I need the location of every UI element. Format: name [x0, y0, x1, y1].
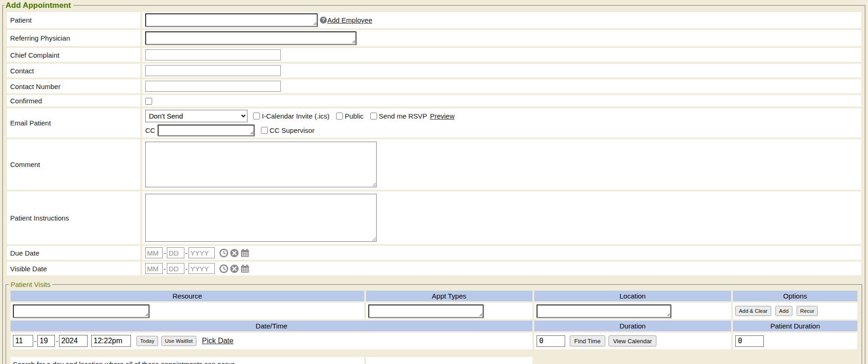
spacer-cell [733, 357, 857, 364]
visit-month-input[interactable] [13, 335, 33, 347]
patient-label: Patient [7, 12, 140, 28]
appt-types-column-header: Appt Types [366, 291, 532, 301]
page-title: Add Appointment [5, 1, 73, 10]
location-input[interactable] [537, 304, 671, 318]
comment-label: Comment [7, 139, 140, 190]
send-me-rsvp-checkbox[interactable] [370, 113, 377, 119]
add-and-clear-button[interactable]: Add & Clear [735, 306, 771, 316]
add-employee-link[interactable]: Add Employee [327, 16, 372, 24]
patient-visits-section: Patient Visits Resource Appt Types Locat… [6, 280, 862, 364]
visible-date-month-input[interactable] [145, 263, 163, 274]
duration-column-header: Duration [534, 321, 731, 331]
comment-textarea[interactable] [145, 142, 377, 187]
confirmed-row: Confirmed [7, 95, 861, 107]
patient-duration-input[interactable] [735, 335, 764, 347]
cc-supervisor-label: CC Supervisor [270, 126, 315, 134]
date-separator: - [56, 337, 58, 345]
comment-row: Comment [7, 139, 861, 190]
visits-search-row: Search for a day and location where all … [11, 357, 857, 364]
visits-input-row: Add & Clear Add Recur [11, 303, 857, 319]
add-button[interactable]: Add [775, 306, 792, 316]
calendar-icon[interactable] [241, 264, 249, 273]
date-separator: - [164, 249, 166, 257]
referring-physician-label: Referring Physician [7, 30, 140, 46]
referring-physician-input[interactable] [145, 31, 356, 45]
location-column-header: Location [534, 291, 731, 301]
chief-complaint-input[interactable] [145, 49, 281, 60]
due-date-label: Due Date [7, 246, 140, 260]
patient-input[interactable] [145, 13, 318, 27]
public-label: Public [345, 112, 364, 120]
clear-date-icon[interactable] [230, 249, 239, 257]
preview-link[interactable]: Preview [430, 112, 455, 120]
clock-icon[interactable] [219, 249, 228, 257]
confirmed-label: Confirmed [7, 95, 140, 107]
contact-number-input[interactable] [145, 81, 281, 92]
add-appointment-section: Add Appointment Patient ? Add Employee R… [2, 1, 866, 364]
date-separator: - [164, 265, 166, 273]
patient-instructions-textarea[interactable] [145, 194, 377, 242]
calendar-icon[interactable] [241, 249, 249, 257]
search-day-location-link[interactable]: Search for a day and location where all … [13, 360, 236, 364]
visit-day-input[interactable] [37, 335, 55, 347]
contact-row: Contact [7, 64, 861, 78]
due-date-row: Due Date - - [7, 246, 861, 260]
spacer-cell [534, 357, 731, 364]
visits-spacer-row [11, 351, 857, 356]
contact-number-label: Contact Number [7, 79, 140, 93]
cc-input[interactable] [158, 125, 254, 136]
patient-row: Patient ? Add Employee [7, 12, 861, 28]
visits-header-row-2: Date/Time Duration Patient Duration [11, 321, 857, 331]
add-appointment-page: Add Appointment Patient ? Add Employee R… [0, 1, 868, 364]
visible-date-day-input[interactable] [167, 263, 184, 274]
help-icon[interactable]: ? [320, 17, 327, 24]
email-patient-row: Email Patient Don't Send I-Calendar Invi… [7, 108, 861, 137]
chief-complaint-label: Chief Complaint [7, 48, 140, 62]
ical-invite-checkbox[interactable] [253, 113, 260, 119]
view-calendar-button[interactable]: View Calendar [608, 335, 656, 346]
clear-date-icon[interactable] [230, 264, 239, 273]
contact-input[interactable] [145, 65, 281, 76]
today-button[interactable]: Today [136, 336, 158, 346]
cc-supervisor-checkbox[interactable] [261, 127, 268, 134]
recur-button[interactable]: Recur [797, 306, 818, 316]
patient-visits-table: Resource Appt Types Location Options [9, 289, 859, 364]
email-patient-label: Email Patient [7, 108, 140, 137]
appt-types-input[interactable] [368, 304, 484, 318]
empty-cell [366, 357, 532, 364]
visits-header-row-1: Resource Appt Types Location Options [11, 291, 857, 301]
datetime-column-header: Date/Time [11, 321, 532, 331]
ical-invite-label: I-Calendar Invite (.ics) [262, 112, 330, 120]
due-date-month-input[interactable] [145, 247, 163, 258]
confirmed-checkbox[interactable] [145, 98, 152, 105]
visible-date-year-input[interactable] [189, 263, 215, 274]
referring-physician-row: Referring Physician [7, 30, 861, 46]
email-send-select[interactable]: Don't Send [145, 110, 248, 122]
date-separator: - [185, 249, 188, 257]
visit-time-input[interactable] [91, 335, 131, 347]
chief-complaint-row: Chief Complaint [7, 48, 861, 62]
visit-year-input[interactable] [59, 335, 88, 347]
pick-date-link[interactable]: Pick Date [202, 337, 233, 345]
email-options-line: Don't Send I-Calendar Invite (.ics) Publ… [145, 110, 858, 122]
find-time-button[interactable]: Find Time [570, 335, 605, 346]
use-waitlist-button[interactable]: Use Waitlist [161, 336, 196, 346]
resource-column-header: Resource [11, 291, 364, 301]
visible-date-label: Visible Date [7, 262, 140, 275]
resource-input[interactable] [13, 304, 149, 318]
options-column-header: Options [733, 291, 857, 301]
send-me-rsvp-label: Send me RSVP [379, 112, 427, 120]
appointment-form: Patient ? Add Employee Referring Physici… [5, 10, 863, 277]
date-separator: - [34, 337, 36, 345]
contact-label: Contact [7, 64, 140, 78]
patient-instructions-label: Patient Instructions [7, 191, 140, 244]
due-date-year-input[interactable] [189, 247, 215, 258]
patient-instructions-row: Patient Instructions [7, 191, 861, 244]
clock-icon[interactable] [219, 264, 228, 273]
email-cc-line: CC CC Supervisor [145, 125, 858, 136]
patient-duration-column-header: Patient Duration [733, 321, 857, 331]
visits-datetime-row: - - Today Use Waitlist Pick Date [11, 333, 857, 349]
due-date-day-input[interactable] [167, 247, 184, 258]
public-checkbox[interactable] [336, 113, 343, 119]
duration-input[interactable] [537, 335, 565, 347]
